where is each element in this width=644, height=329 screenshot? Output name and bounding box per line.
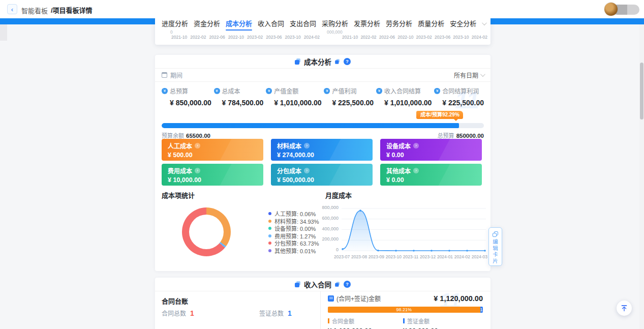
app-window: ‹ 智能看板 /项目看板详情 进度分析 资金分析 成本分析 收入合同 支出合同 … bbox=[0, 0, 644, 329]
cost-card-subcontract[interactable]: 分包成本› ¥ 500,000.00 bbox=[271, 164, 373, 186]
visa-amount-value: ¥ 20,000.00 bbox=[403, 327, 478, 329]
user-avatar[interactable] bbox=[604, 3, 618, 16]
arrow-right-icon: › bbox=[413, 168, 419, 173]
ledger-title: 合同台账 bbox=[162, 296, 188, 306]
tab-capital-analysis[interactable]: 资金分析 bbox=[194, 17, 220, 31]
line-chart-y-axis: 800,000600,000400,000200,0000 bbox=[310, 205, 339, 258]
money-bag-icon bbox=[376, 88, 382, 94]
money-bag-icon bbox=[434, 88, 440, 94]
stat-output-profit: 产值利润 ¥ 225,500.00 bbox=[324, 86, 374, 107]
contract-amount-segment: 98.21% bbox=[328, 307, 480, 313]
legend-dot-icon bbox=[268, 212, 271, 215]
tab-labor-analysis[interactable]: 劳务分析 bbox=[386, 17, 412, 31]
legend-contract-amount: 合同金额 bbox=[328, 317, 403, 325]
legend-dot-icon bbox=[268, 227, 271, 230]
copy-icon bbox=[335, 282, 340, 287]
arrow-right-icon: › bbox=[195, 168, 200, 173]
cost-card-material[interactable]: 材料成本› ¥ 274,000.00 bbox=[271, 139, 373, 161]
back-button[interactable]: ‹ bbox=[7, 4, 17, 14]
document-icon bbox=[328, 295, 334, 302]
arrow-right-icon: › bbox=[304, 168, 310, 173]
income-contract-card: 收入合同 ? 合同台账 合同总数1 签证总数1 11 (合同+签证)金额 ¥ 1… bbox=[155, 278, 490, 329]
visa-count: 签证总数1 bbox=[259, 309, 292, 318]
date-filter-dropdown[interactable]: 所有日期 bbox=[454, 71, 484, 79]
back-to-top-button[interactable] bbox=[617, 301, 632, 316]
legend-visa-amount: 签证金额 bbox=[403, 317, 478, 325]
arrow-right-icon: › bbox=[413, 143, 419, 148]
to-top-icon bbox=[621, 305, 628, 312]
help-icon[interactable]: ? bbox=[344, 58, 351, 65]
tab-quality-analysis[interactable]: 质量分析 bbox=[418, 17, 444, 31]
divider bbox=[320, 291, 321, 329]
cost-card-labor[interactable]: 人工成本› ¥ 500.00 bbox=[162, 139, 263, 161]
tab-progress-analysis[interactable]: 进度分析 bbox=[162, 17, 188, 31]
copy-icon bbox=[335, 59, 340, 64]
legend-dot-icon bbox=[268, 234, 271, 237]
clipped-chart-x-axis: 2021-102022-022022-062022-102023-022023-… bbox=[342, 35, 487, 41]
top-header: ‹ 智能看板 /项目看板详情 bbox=[0, 0, 644, 18]
money-bag-icon bbox=[324, 88, 330, 94]
donut-chart-title: 成本项统计 bbox=[162, 190, 195, 200]
visa-amount-segment: 1.79% bbox=[480, 307, 483, 313]
tab-procurement-analysis[interactable]: 采购分析 bbox=[322, 17, 348, 31]
left-gutter bbox=[0, 24, 7, 41]
analysis-tabs-card: 进度分析 资金分析 成本分析 收入合同 支出合同 采购分析 发票分析 劳务分析 … bbox=[155, 17, 490, 45]
cost-donut-chart bbox=[182, 207, 231, 256]
cost-section-title-row: 成本分析 ? bbox=[155, 55, 490, 69]
chart-squares-icon bbox=[295, 58, 301, 65]
tab-income-contract[interactable]: 收入合同 bbox=[258, 17, 284, 31]
chevron-down-icon[interactable] bbox=[482, 22, 485, 25]
arrow-right-icon: › bbox=[304, 143, 310, 148]
cost-card-equipment[interactable]: 设备成本› ¥ 0.00 bbox=[380, 139, 482, 161]
period-label: 期间 bbox=[170, 71, 182, 79]
money-bag-icon bbox=[162, 88, 168, 94]
contract-count: 合同总数1 bbox=[162, 309, 194, 318]
help-icon[interactable]: ? bbox=[344, 281, 351, 288]
cost-analysis-card: 成本分析 ? 期间 所有日期 总预算 ¥ 850,000.00 总成本 ¥ 78… bbox=[155, 55, 490, 271]
legend-dot-icon bbox=[268, 249, 271, 252]
stat-output-amount: 产值金额 ¥ 1,010,000.00 bbox=[266, 86, 321, 107]
tab-safety-analysis[interactable]: 安全分析 bbox=[450, 17, 476, 31]
legend-dot-icon bbox=[268, 220, 271, 223]
income-section-title: 收入合同 bbox=[304, 279, 331, 289]
total-amount-label: (合同+签证)金额 bbox=[336, 294, 381, 303]
stat-income-settlement: 收入合同结算 ¥ 1,010,000.00 bbox=[376, 86, 432, 107]
contract-amount-value: ¥ 1,100,000.00 bbox=[328, 327, 403, 329]
tab-expense-contract[interactable]: 支出合同 bbox=[290, 17, 316, 31]
tabs-row: 进度分析 资金分析 成本分析 收入合同 支出合同 采购分析 发票分析 劳务分析 … bbox=[155, 17, 490, 31]
edit-cards-button[interactable]: 编辑卡片 bbox=[488, 227, 502, 266]
cost-card-expense[interactable]: 费用成本› ¥ 10,000.00 bbox=[162, 164, 263, 186]
chart-squares-icon bbox=[295, 281, 301, 287]
cost-stats-row: 总预算 ¥ 850,000.00 总成本 ¥ 784,500.00 产值金额 ¥… bbox=[162, 86, 484, 107]
contract-amount-panel: (合同+签证)金额 ¥ 1,120,000.00 98.21% 1.79% 合同… bbox=[328, 294, 483, 329]
budget-total: 总预算850000.00 bbox=[438, 131, 484, 139]
arrow-right-icon: › bbox=[195, 143, 200, 148]
tab-invoice-analysis[interactable]: 发票分析 bbox=[354, 17, 380, 31]
cost-cards-grid: 人工成本› ¥ 500.00 材料成本› ¥ 274,000.00 设备成本› … bbox=[162, 139, 482, 186]
cost-budget-ratio-badge: 成本/预算92.29% bbox=[416, 111, 463, 119]
line-chart-x-axis: 2023-072023-082023-092023-102023-112023-… bbox=[334, 254, 487, 259]
scrollbar-thumb[interactable] bbox=[640, 63, 643, 119]
clipped-axis-label: 000,000 bbox=[327, 29, 343, 35]
breadcrumb-root[interactable]: 智能看板 bbox=[21, 6, 48, 15]
cards-icon bbox=[493, 231, 498, 237]
contract-stacked-bar: 98.21% 1.79% bbox=[328, 307, 483, 313]
total-amount-value: ¥ 1,120,000.00 bbox=[434, 294, 483, 303]
calendar-icon bbox=[162, 72, 167, 78]
budget-progress-bar bbox=[162, 123, 484, 128]
chevron-down-icon bbox=[480, 72, 485, 77]
legend-bar-icon bbox=[328, 318, 329, 323]
stat-total-cost: 总成本 ¥ 784,500.00 bbox=[214, 86, 264, 107]
money-bag-icon bbox=[214, 88, 220, 94]
cost-card-other[interactable]: 其他成本› ¥ 0.00 bbox=[380, 164, 482, 186]
period-filter-row: 期间 所有日期 bbox=[155, 69, 490, 82]
monthly-cost-line-chart bbox=[340, 204, 488, 253]
line-chart-title: 月度成本 bbox=[325, 190, 352, 200]
money-bag-icon bbox=[266, 88, 272, 94]
legend-bar-icon bbox=[403, 318, 405, 323]
budget-remaining: 预算余额65500.00 bbox=[162, 131, 210, 139]
legend-dot-icon bbox=[268, 242, 271, 245]
stat-total-budget: 总预算 ¥ 850,000.00 bbox=[162, 86, 211, 107]
tab-cost-analysis[interactable]: 成本分析 bbox=[226, 17, 252, 31]
stat-settlement-profit: 合同结算利润 ¥ 225,500.00 bbox=[434, 86, 484, 107]
